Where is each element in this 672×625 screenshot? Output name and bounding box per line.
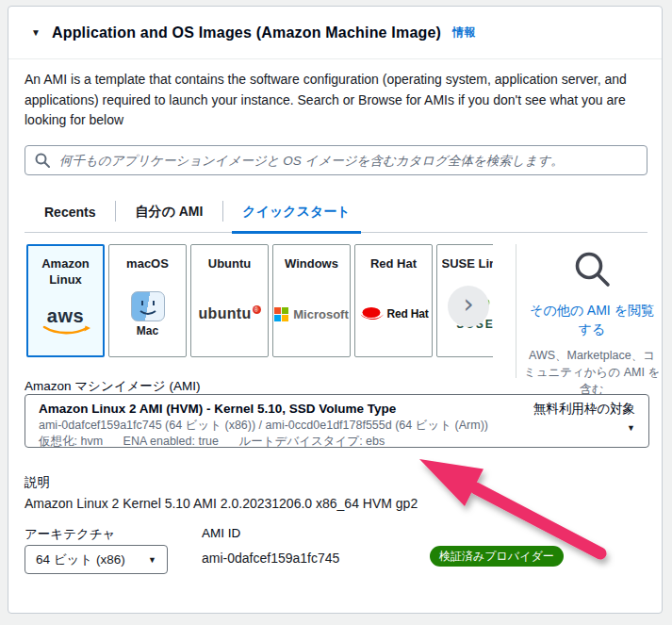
os-card-title: SUSE Linux	[442, 255, 494, 271]
os-card-windows[interactable]: Windows Microsoft	[272, 244, 351, 357]
ami-picker-select[interactable]: Amazon Linux 2 AMI (HVM) - Kernel 5.10, …	[25, 394, 649, 448]
ami-name: Amazon Linux 2 AMI (HVM) - Kernel 5.10, …	[39, 402, 533, 417]
ami-section-panel: ▼ Application and OS Images (Amazon Mach…	[8, 6, 663, 614]
ami-id-value: ami-0dafcef159a1fc745	[202, 551, 339, 566]
chevron-down-icon: ▼	[627, 423, 635, 433]
aws-smile-icon	[41, 325, 90, 337]
os-card-ubuntu[interactable]: Ubuntu ubuntu®	[190, 244, 269, 357]
os-card-redhat[interactable]: Red Hat Red Hat	[354, 244, 433, 357]
verified-provider-badge: 検証済みプロバイダー	[430, 546, 564, 567]
ami-virtualization: 仮想化: hvm	[39, 435, 103, 448]
chevron-down-icon: ▼	[148, 555, 156, 565]
section-intro-text: An AMI is a template that contains the s…	[25, 70, 648, 131]
ami-picker-label: Amazon マシンイメージ (AMI)	[25, 378, 200, 395]
ami-ids: ami-0dafcef159a1fc745 (64 ビット (x86)) / a…	[39, 419, 533, 433]
description-value: Amazon Linux 2 Kernel 5.10 AMI 2.0.20231…	[25, 496, 418, 511]
microsoft-logo-text: Microsoft	[293, 307, 349, 321]
chevron-right-icon: ›	[463, 291, 473, 318]
os-card-title: Amazon Linux	[32, 255, 100, 288]
browse-more-caption: AWS、Marketplace、コミュニティからの AMI を含む	[523, 347, 661, 398]
os-card-title: Red Hat	[370, 255, 417, 271]
ami-id-label: AMI ID	[202, 526, 240, 540]
mac-finder-icon	[131, 291, 165, 321]
os-card-title: macOS	[126, 255, 169, 271]
ubuntu-logo-text: ubuntu	[199, 305, 252, 321]
architecture-value: 64 ビット (x86)	[36, 551, 125, 568]
info-link[interactable]: 情報	[452, 25, 475, 41]
os-card-amazon-linux[interactable]: Amazon Linux aws	[26, 244, 105, 357]
redhat-fedora-icon	[359, 306, 385, 321]
section-expand-caret-icon[interactable]: ▼	[31, 27, 41, 38]
aws-logo-text: aws	[47, 306, 84, 325]
redhat-logo: Red Hat	[359, 271, 429, 356]
section-title: Application and OS Images (Amazon Machin…	[52, 25, 441, 41]
mac-logo-text: Mac	[137, 324, 158, 337]
ami-attributes: 仮想化: hvm ENA enabled: true ルートデバイスタイプ: e…	[39, 435, 533, 449]
microsoft-squares-icon	[274, 307, 288, 321]
os-card-macos[interactable]: macOS Mac	[108, 244, 187, 357]
architecture-select[interactable]: 64 ビット (x86) ▼	[25, 545, 168, 574]
ami-root-device-type: ルートデバイスタイプ: ebs	[239, 435, 385, 448]
carousel-scroll-right-button[interactable]: ›	[448, 286, 489, 327]
registered-mark-icon: ®	[253, 305, 261, 314]
ubuntu-logo: ubuntu®	[199, 271, 261, 356]
redhat-logo-text: Red Hat	[387, 307, 429, 321]
ami-search-box[interactable]	[25, 145, 647, 175]
os-card-carousel: Amazon Linux aws macOS Mac	[25, 244, 493, 361]
tab-my-amis[interactable]: 自分の AMI	[115, 192, 222, 232]
free-tier-label: 無料利用枠の対象	[533, 402, 635, 417]
architecture-label: アーキテクチャ	[25, 526, 115, 543]
mac-logo: Mac	[131, 271, 165, 356]
ami-ena-enabled: ENA enabled: true	[123, 435, 219, 448]
os-card-title: Ubuntu	[208, 255, 251, 271]
browse-search-icon	[572, 249, 612, 288]
os-card-title: Windows	[285, 255, 338, 271]
aws-logo: aws	[41, 288, 90, 355]
tab-recents[interactable]: Recents	[25, 192, 115, 232]
microsoft-logo: Microsoft	[274, 271, 349, 356]
section-header[interactable]: ▼ Application and OS Images (Amazon Mach…	[8, 7, 662, 59]
description-label: 説明	[25, 474, 50, 491]
search-icon	[35, 153, 50, 168]
vertical-divider	[516, 244, 516, 378]
ami-source-tabs: Recents 自分の AMI クイックスタート	[25, 192, 647, 233]
tab-quickstart[interactable]: クイックスタート	[222, 192, 369, 232]
ami-search-input[interactable]	[57, 153, 637, 169]
browse-more-amis-link[interactable]: その他の AMI を閲覧する	[523, 301, 661, 338]
browse-more-amis: その他の AMI を閲覧する AWS、Marketplace、コミュニティからの…	[523, 249, 661, 398]
